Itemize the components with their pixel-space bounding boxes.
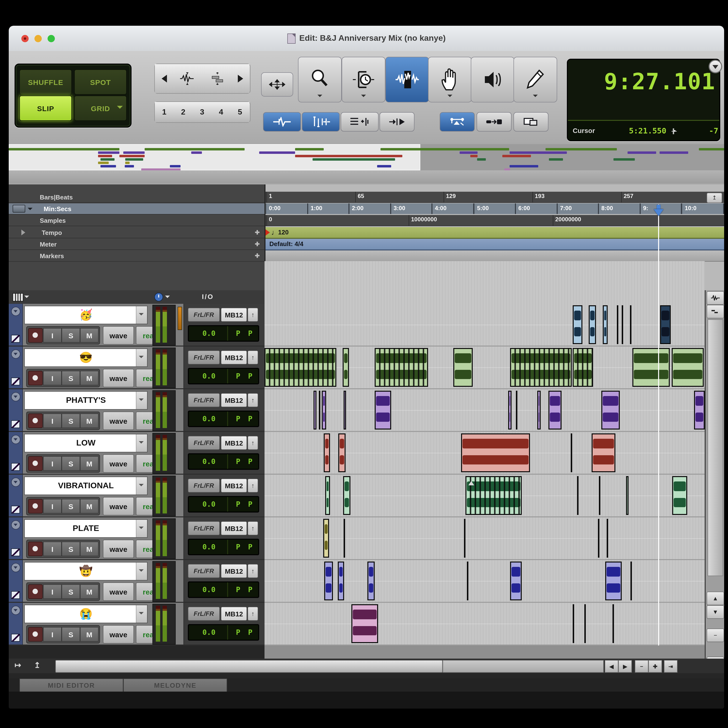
vertical-zoom-button[interactable] <box>202 64 233 93</box>
clip-separator[interactable] <box>516 391 517 430</box>
audio-clip[interactable] <box>573 348 593 387</box>
audio-clip[interactable] <box>375 348 428 387</box>
volume-display[interactable]: 0.0 P P <box>188 581 259 598</box>
audio-clip[interactable] <box>601 391 620 430</box>
mirrored-editing-button[interactable] <box>302 112 340 132</box>
edit-mode-slip[interactable]: SLIP <box>20 96 72 121</box>
clip-separator[interactable] <box>584 604 586 643</box>
layered-editing-button[interactable] <box>341 112 379 132</box>
clip-separator[interactable] <box>573 604 574 643</box>
input-monitor-button[interactable]: I <box>43 541 62 556</box>
track-color-strip[interactable] <box>9 560 23 602</box>
record-enable-button[interactable] <box>28 584 43 599</box>
clip-separator[interactable] <box>464 519 465 558</box>
zoom-in-button[interactable]: ✚ <box>648 660 662 673</box>
clip-separator[interactable] <box>599 476 600 515</box>
record-enable-button[interactable] <box>28 627 43 642</box>
track-lane[interactable] <box>265 603 705 645</box>
track-name-field[interactable]: VIBRATIONAL <box>24 477 148 495</box>
audio-clip[interactable] <box>603 305 608 344</box>
tab-melodyne[interactable]: MELODYNE <box>123 679 227 692</box>
zoom-toggle-tool[interactable] <box>261 72 293 96</box>
volume-display[interactable]: 0.0 P P <box>188 624 259 641</box>
output-fx-button[interactable]: ↑ <box>248 607 258 621</box>
main-counter[interactable]: 9:27.101 Cursor 5:21.550 -||•- -7 <box>567 59 720 141</box>
record-enable-button[interactable] <box>28 499 43 514</box>
clip-separator[interactable] <box>630 305 632 344</box>
mute-button[interactable]: M <box>80 584 98 599</box>
track-view-selector[interactable]: wave <box>103 326 134 344</box>
input-monitor-button[interactable]: I <box>43 499 62 514</box>
track-name-dropdown[interactable] <box>136 306 147 324</box>
track-name-field[interactable]: 🥳 <box>24 306 148 324</box>
output-path-button[interactable]: FrL/FR <box>188 564 220 578</box>
scroll-to-edit-icon[interactable]: ↥ <box>34 661 41 670</box>
scroll-right-button[interactable]: ▶ <box>618 660 632 673</box>
audio-clip[interactable] <box>632 348 670 387</box>
audio-clip[interactable] <box>338 561 344 600</box>
zoom-left-arrow-button[interactable] <box>155 64 173 93</box>
volume-display[interactable]: 0.0 P P <box>188 496 259 512</box>
audio-clip[interactable] <box>626 476 629 515</box>
ruler-label-5[interactable]: Markers✚ <box>9 251 265 262</box>
audio-clip[interactable] <box>325 476 330 515</box>
track-name-field[interactable]: LOW <box>24 434 148 452</box>
track-name-field[interactable]: PHATTY'S <box>24 391 148 410</box>
zoom-out-button[interactable]: − <box>635 660 648 673</box>
zoom-preset-1[interactable]: 1 <box>155 102 174 122</box>
zoom-right-arrow-button[interactable] <box>232 64 249 93</box>
output-fx-button[interactable]: ↑ <box>248 479 258 492</box>
automation-follows-edit-button[interactable] <box>514 112 548 132</box>
mute-button[interactable]: M <box>80 541 98 556</box>
solo-button[interactable]: S <box>62 413 80 428</box>
track-view-selector[interactable]: wave <box>103 540 134 558</box>
mute-button[interactable]: M <box>80 627 98 642</box>
track-name-dropdown[interactable] <box>136 563 147 580</box>
horizontal-scrollbar-track[interactable] <box>443 660 604 673</box>
track-lane[interactable] <box>265 560 705 603</box>
track-options-icon[interactable] <box>11 606 20 615</box>
solo-button[interactable]: S <box>62 499 80 514</box>
clip-separator[interactable] <box>612 604 614 643</box>
audio-clip[interactable] <box>338 433 346 472</box>
audio-clip[interactable] <box>322 391 326 430</box>
audio-clip[interactable] <box>694 391 705 430</box>
ruler-corner-button[interactable]: ↥ <box>707 193 722 203</box>
output-fx-button[interactable]: ↑ <box>248 308 258 322</box>
volume-display[interactable]: 0.0 P P <box>188 368 259 384</box>
title-bar[interactable]: Edit: B&J Anniversary Mix (no kanye) <box>9 26 724 52</box>
input-monitor-button[interactable]: I <box>43 627 62 642</box>
audio-clip[interactable] <box>465 476 522 515</box>
audio-clip[interactable] <box>508 391 512 430</box>
playhead-arrow[interactable] <box>654 209 664 221</box>
insertion-follows-icon[interactable]: ↦ <box>15 661 21 670</box>
track-color-strip[interactable] <box>9 304 23 346</box>
solo-button[interactable]: S <box>62 541 80 556</box>
insertion-follows-playback-button[interactable] <box>379 112 414 132</box>
input-monitor-button[interactable]: I <box>43 413 62 428</box>
ruler-add-button[interactable]: ✚ <box>255 252 260 259</box>
volume-display[interactable]: 0.0 P P <box>188 325 259 342</box>
vertical-scrollbar[interactable] <box>708 320 723 576</box>
record-enable-button[interactable] <box>28 328 43 343</box>
timebase-dropdown-icon[interactable] <box>165 295 170 300</box>
solo-button[interactable]: S <box>62 627 80 642</box>
track-color-strip[interactable] <box>9 432 23 474</box>
arrange-area[interactable] <box>265 261 705 659</box>
ruler-add-button[interactable]: ✚ <box>255 241 260 248</box>
track-name-dropdown[interactable] <box>136 520 147 537</box>
track-name-field[interactable]: 😭 <box>24 605 148 623</box>
record-enable-button[interactable] <box>28 456 43 471</box>
track-options-icon[interactable] <box>11 563 20 572</box>
link-track-edit-selection-button[interactable] <box>477 112 512 132</box>
audio-clip[interactable] <box>548 391 561 430</box>
output-path-button[interactable]: FrL/FR <box>188 479 220 492</box>
markers-ruler[interactable] <box>265 251 724 262</box>
volume-display[interactable]: 0.0 P P <box>188 453 259 470</box>
timebase-clock-icon[interactable] <box>154 293 163 301</box>
track-lane[interactable] <box>265 347 705 389</box>
scroll-down-button[interactable]: ▼ <box>707 605 724 619</box>
mute-button[interactable]: M <box>80 328 98 343</box>
zoom-preset-5[interactable]: 5 <box>231 102 249 122</box>
solo-button[interactable]: S <box>62 584 80 599</box>
